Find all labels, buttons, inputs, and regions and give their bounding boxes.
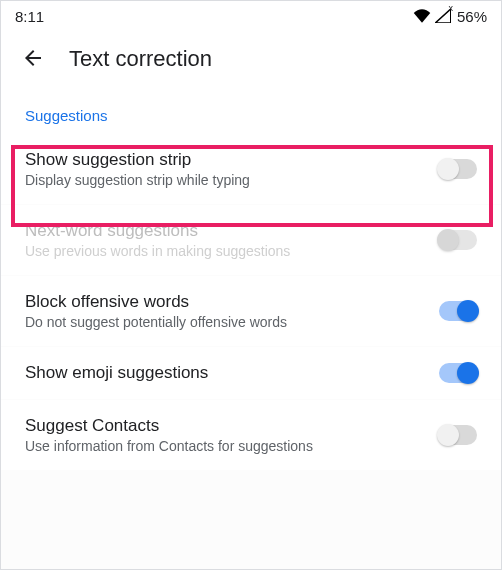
toggle-show-emoji-suggestions[interactable]: [439, 363, 477, 383]
row-subtitle: Use previous words in making suggestions: [25, 243, 423, 259]
row-title: Block offensive words: [25, 292, 423, 312]
row-subtitle: Use information from Contacts for sugges…: [25, 438, 423, 454]
row-show-emoji-suggestions[interactable]: Show emoji suggestions: [1, 347, 501, 399]
row-subtitle: Do not suggest potentially offensive wor…: [25, 314, 423, 330]
toggle-block-offensive-words[interactable]: [439, 301, 477, 321]
app-header: Text correction: [1, 31, 501, 87]
toggle-show-suggestion-strip[interactable]: [439, 159, 477, 179]
row-suggest-contacts[interactable]: Suggest Contacts Use information from Co…: [1, 400, 501, 470]
page-title: Text correction: [69, 46, 212, 72]
back-button[interactable]: [11, 37, 55, 81]
row-block-offensive-words[interactable]: Block offensive words Do not suggest pot…: [1, 276, 501, 346]
row-subtitle: Display suggestion strip while typing: [25, 172, 423, 188]
toggle-suggest-contacts[interactable]: [439, 425, 477, 445]
status-bar: 8:11 x 56%: [1, 1, 501, 31]
row-title: Show emoji suggestions: [25, 363, 423, 383]
row-show-suggestion-strip[interactable]: Show suggestion strip Display suggestion…: [1, 134, 501, 204]
battery-text: 56%: [457, 8, 487, 25]
arrow-left-icon: [21, 46, 45, 73]
status-right: x 56%: [413, 8, 487, 25]
section-label-suggestions: Suggestions: [1, 87, 501, 134]
cell-signal-icon: x: [435, 9, 451, 23]
wifi-icon: [413, 9, 431, 23]
row-title: Suggest Contacts: [25, 416, 423, 436]
row-title: Next-word suggestions: [25, 221, 423, 241]
toggle-next-word-suggestions: [439, 230, 477, 250]
settings-content: Suggestions Show suggestion strip Displa…: [1, 87, 501, 570]
row-next-word-suggestions: Next-word suggestions Use previous words…: [1, 205, 501, 275]
status-time: 8:11: [15, 8, 44, 25]
row-title: Show suggestion strip: [25, 150, 423, 170]
